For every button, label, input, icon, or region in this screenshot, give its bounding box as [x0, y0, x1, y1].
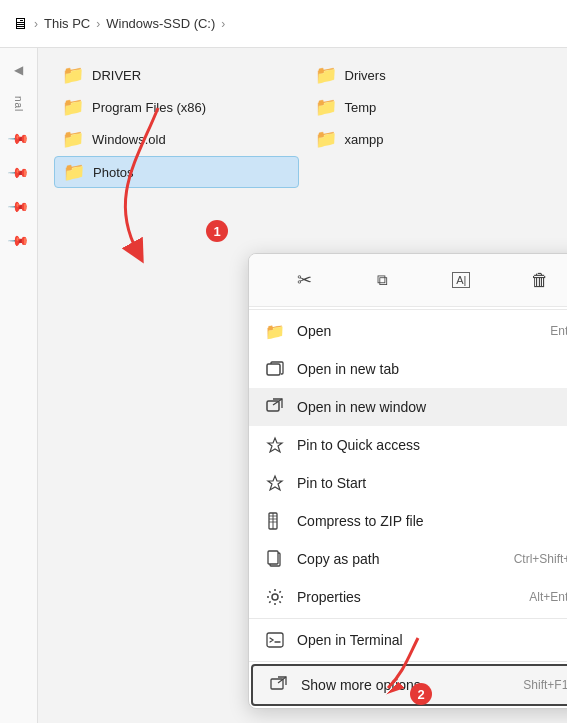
sidebar-item-pin1[interactable]: 📌: [5, 124, 33, 152]
svg-rect-0: [267, 364, 280, 375]
folder-icon: 📁: [62, 96, 84, 118]
breadcrumb-computer-icon: 🖥: [12, 15, 28, 33]
ctx-copy-path-icon: [265, 549, 285, 569]
file-name: Windows.old: [92, 132, 166, 147]
ctx-properties-item[interactable]: Properties Alt+Enter: [249, 578, 567, 616]
ctx-properties-label: Properties: [297, 589, 517, 605]
svg-rect-10: [267, 633, 283, 647]
folder-icon: 📁: [315, 128, 337, 150]
file-name: DRIVER: [92, 68, 141, 83]
ctx-separator-1: [249, 309, 567, 310]
ctx-pin-quick-item[interactable]: Pin to Quick access: [249, 426, 567, 464]
sidebar-item-pin3[interactable]: 📌: [5, 192, 33, 220]
ctx-compress-label: Compress to ZIP file: [297, 513, 567, 529]
top-bar: 🖥 › This PC › Windows-SSD (C:) ›: [0, 0, 567, 48]
ctx-cut-button[interactable]: ✂: [286, 262, 322, 298]
ctx-terminal-item[interactable]: Open in Terminal: [249, 621, 567, 659]
breadcrumb-sep3: ›: [221, 17, 225, 31]
ctx-properties-icon: [265, 587, 285, 607]
file-item-program-files-x86[interactable]: 📁 Program Files (x86): [54, 92, 299, 122]
ctx-copy-path-label: Copy as path: [297, 551, 502, 567]
sidebar-item-back[interactable]: ◀: [5, 56, 33, 84]
ctx-open-tab-icon: [265, 359, 285, 379]
ctx-open-tab-label: Open in new tab: [297, 361, 567, 377]
ctx-properties-shortcut: Alt+Enter: [529, 590, 567, 604]
ctx-open-item[interactable]: 📁 Open Enter: [249, 312, 567, 350]
file-grid: 📁 DRIVER 📁 Drivers 📁 Program Files (x86)…: [54, 60, 551, 188]
folder-icon: 📁: [62, 128, 84, 150]
file-item-xampp[interactable]: 📁 xampp: [307, 124, 552, 154]
pin3-icon: 📌: [7, 194, 30, 217]
svg-rect-8: [268, 551, 278, 564]
ctx-compress-icon: [265, 511, 285, 531]
ctx-open-window-item[interactable]: Open in new window: [249, 388, 567, 426]
ctx-show-more-icon: [269, 675, 289, 695]
file-item-drivers[interactable]: 📁 Drivers: [307, 60, 552, 90]
ctx-open-tab-item[interactable]: Open in new tab: [249, 350, 567, 388]
pin4-icon: 📌: [7, 228, 30, 251]
ctx-copy-button[interactable]: ⧉: [365, 262, 401, 298]
sidebar-item-nav-label: nal: [5, 90, 33, 118]
file-name: Photos: [93, 165, 133, 180]
ctx-rename-button[interactable]: A|: [443, 262, 479, 298]
ctx-toolbar: ✂ ⧉ A| 🗑: [249, 254, 567, 307]
ctx-open-icon: 📁: [265, 321, 285, 341]
breadcrumb-sep1: ›: [34, 17, 38, 31]
ctx-open-window-label: Open in new window: [297, 399, 567, 415]
ctx-show-more-item[interactable]: Show more options Shift+F10: [251, 664, 567, 706]
ctx-open-window-icon: [265, 397, 285, 417]
file-item-windows-old[interactable]: 📁 Windows.old: [54, 124, 299, 154]
ctx-pin-quick-icon: [265, 435, 285, 455]
pin2-icon: 📌: [7, 160, 30, 183]
cut-icon: ✂: [297, 269, 312, 291]
delete-icon: 🗑: [531, 270, 549, 291]
folder-icon: 📁: [62, 64, 84, 86]
breadcrumb-sep2: ›: [96, 17, 100, 31]
file-name: xampp: [345, 132, 384, 147]
copy-icon: ⧉: [377, 271, 388, 289]
folder-icon: 📁: [315, 64, 337, 86]
context-menu: ✂ ⧉ A| 🗑 📁 Open Enter: [248, 253, 567, 709]
ctx-pin-start-item[interactable]: Pin to Start: [249, 464, 567, 502]
back-icon: ◀: [14, 63, 23, 77]
ctx-pin-quick-label: Pin to Quick access: [297, 437, 567, 453]
main-content: 📁 DRIVER 📁 Drivers 📁 Program Files (x86)…: [38, 48, 567, 723]
ctx-show-more-shortcut: Shift+F10: [523, 678, 567, 692]
svg-point-9: [272, 594, 278, 600]
ctx-open-label: Open: [297, 323, 538, 339]
folder-icon: 📁: [315, 96, 337, 118]
nav-label-text: nal: [13, 96, 24, 112]
explorer-area: ◀ nal 📌 📌 📌 📌 📁 DRIVER 📁 Dr: [0, 48, 567, 723]
sidebar-item-pin4[interactable]: 📌: [5, 226, 33, 254]
ctx-compress-item[interactable]: Compress to ZIP file: [249, 502, 567, 540]
open-folder-icon: 📁: [265, 322, 285, 341]
file-item-photos[interactable]: 📁 Photos: [54, 156, 299, 188]
pin1-icon: 📌: [7, 126, 30, 149]
folder-icon: 📁: [63, 161, 85, 183]
file-name: Temp: [345, 100, 377, 115]
file-name: Drivers: [345, 68, 386, 83]
rename-icon: A|: [452, 272, 470, 288]
ctx-pin-start-icon: [265, 473, 285, 493]
ctx-copy-path-item[interactable]: Copy as path Ctrl+Shift+C: [249, 540, 567, 578]
file-name: Program Files (x86): [92, 100, 206, 115]
ctx-show-more-label: Show more options: [301, 677, 511, 693]
ctx-delete-button[interactable]: 🗑: [522, 262, 558, 298]
ctx-open-shortcut: Enter: [550, 324, 567, 338]
breadcrumb-drive[interactable]: Windows-SSD (C:): [106, 16, 215, 31]
file-item-driver[interactable]: 📁 DRIVER: [54, 60, 299, 90]
file-item-temp[interactable]: 📁 Temp: [307, 92, 552, 122]
ctx-separator-2: [249, 618, 567, 619]
sidebar-item-pin2[interactable]: 📌: [5, 158, 33, 186]
badge-1: 1: [206, 220, 228, 242]
ctx-terminal-label: Open in Terminal: [297, 632, 567, 648]
ctx-copy-path-shortcut: Ctrl+Shift+C: [514, 552, 567, 566]
ctx-pin-start-label: Pin to Start: [297, 475, 567, 491]
sidebar: ◀ nal 📌 📌 📌 📌: [0, 48, 38, 723]
ctx-terminal-icon: [265, 630, 285, 650]
breadcrumb-this-pc[interactable]: This PC: [44, 16, 90, 31]
ctx-separator-3: [249, 661, 567, 662]
